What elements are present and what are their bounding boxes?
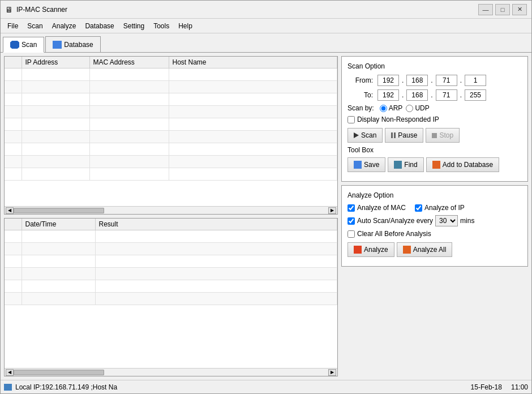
scan-table: IP Address MAC Address Host Name [5, 57, 337, 181]
from-ip-d[interactable] [465, 75, 486, 86]
to-ip-row: To: . . . [347, 89, 522, 101]
analyze-all-button[interactable]: Analyze All [397, 242, 453, 257]
analyze-option-title: Analyze Option [347, 191, 522, 199]
radio-arp-input[interactable] [380, 105, 387, 112]
analyze-option-panel: Analyze Option Analyze of MAC Analyze of… [341, 185, 528, 267]
from-ip-a[interactable] [377, 75, 399, 86]
database-tab-icon [53, 41, 62, 49]
menu-help[interactable]: Help [174, 21, 197, 31]
scroll-thumb2[interactable] [14, 370, 104, 375]
app-icon: 🖥 [5, 5, 13, 14]
non-responded-checkbox[interactable] [347, 116, 355, 123]
radio-udp-input[interactable] [406, 105, 413, 112]
scroll-thumb[interactable] [14, 208, 104, 213]
add-to-db-button[interactable]: Add to Database [426, 157, 499, 172]
from-label: From: [347, 76, 373, 84]
status-time: 11:00 [511, 383, 528, 391]
window-title: IP-MAC Scanner [16, 6, 67, 14]
menu-file[interactable]: File [3, 21, 23, 31]
from-ip-b[interactable] [406, 75, 428, 86]
pause-button[interactable]: Pause [385, 128, 423, 143]
col-header-date: Date/Time [22, 219, 95, 230]
title-bar-left: 🖥 IP-MAC Scanner [5, 5, 67, 14]
table-row [5, 81, 337, 93]
tab-database[interactable]: Database [45, 36, 100, 52]
scroll-right-arrow2[interactable]: ▶ [328, 369, 336, 376]
scan-option-panel: Scan Option From: . . . To: . [341, 56, 528, 182]
table-row [5, 106, 337, 118]
analyze-button[interactable]: Analyze [347, 242, 394, 257]
to-ip-c[interactable] [436, 89, 457, 101]
radio-arp[interactable]: ARP [380, 104, 403, 112]
scan-table-scrollbar[interactable]: ◀ ▶ [5, 206, 337, 214]
scan-option-title: Scan Option [347, 62, 522, 70]
stop-button[interactable]: Stop [426, 128, 460, 143]
menu-tools[interactable]: Tools [149, 21, 174, 31]
scan-tab-icon [10, 41, 19, 49]
table-row [5, 156, 337, 168]
auto-scan-checkbox[interactable] [347, 217, 355, 225]
radio-udp-label: UDP [415, 104, 429, 112]
analyze-table-wrapper: Date/Time Result [5, 219, 337, 368]
analyze-all-button-label: Analyze All [413, 246, 447, 254]
table-row [5, 93, 337, 106]
title-bar: 🖥 IP-MAC Scanner — □ ✕ [1, 1, 531, 19]
table-row [5, 168, 337, 181]
menu-database[interactable]: Database [80, 21, 118, 31]
save-button-label: Save [364, 161, 379, 169]
find-icon [394, 161, 402, 169]
minimize-button[interactable]: — [478, 4, 493, 15]
analyze-ip-checkbox[interactable] [415, 204, 422, 212]
save-icon [354, 161, 362, 169]
scroll-left-arrow2[interactable]: ◀ [6, 369, 14, 376]
col-header-result: Result [95, 219, 337, 230]
scan-table-container: IP Address MAC Address Host Name [4, 56, 338, 215]
clear-all-row: Clear All Before Analysis [347, 230, 522, 238]
find-button[interactable]: Find [388, 157, 423, 172]
add-to-db-label: Add to Database [443, 161, 493, 169]
radio-udp[interactable]: UDP [406, 104, 429, 112]
play-icon [354, 132, 359, 138]
to-label: To: [347, 91, 373, 99]
analyze-table-scrollbar[interactable]: ◀ ▶ [5, 368, 337, 376]
analyze-mac-item: Analyze of MAC [347, 204, 406, 212]
stop-icon [432, 133, 437, 138]
scan-button[interactable]: Scan [347, 128, 383, 143]
analyze-mac-checkbox[interactable] [347, 204, 355, 212]
tab-scan[interactable]: Scan [3, 37, 44, 53]
maximize-button[interactable]: □ [495, 4, 510, 15]
mins-label: mins [460, 217, 474, 225]
find-button-label: Find [404, 161, 417, 169]
toolbox-buttons-row: Save Find Add to Database [347, 157, 522, 172]
analyze-buttons-row: Analyze Analyze All [347, 242, 522, 257]
analyze-icon [354, 246, 362, 254]
menu-setting[interactable]: Setting [119, 21, 149, 31]
menu-analyze[interactable]: Analyze [48, 21, 81, 31]
table-row [5, 268, 337, 280]
minutes-select[interactable]: 15 30 45 60 [435, 215, 458, 226]
scroll-right-arrow[interactable]: ▶ [328, 207, 336, 214]
scroll-left-arrow[interactable]: ◀ [6, 207, 14, 214]
database-tab-label: Database [64, 41, 93, 49]
to-ip-a[interactable] [377, 89, 399, 101]
analyze-table-container: Date/Time Result [4, 218, 338, 376]
table-row [5, 118, 337, 131]
col-header-ip: IP Address [22, 57, 89, 68]
clear-all-checkbox[interactable] [347, 230, 355, 238]
to-ip-b[interactable] [406, 89, 428, 101]
to-ip-d[interactable] [465, 89, 486, 101]
menu-bar: File Scan Analyze Database Setting Tools… [1, 19, 531, 33]
table-row [5, 143, 337, 156]
table-row [5, 293, 337, 305]
close-button[interactable]: ✕ [512, 4, 527, 15]
col-header-num [5, 57, 22, 68]
main-window: 🖥 IP-MAC Scanner — □ ✕ File Scan Analyze… [0, 0, 532, 394]
from-ip-c[interactable] [436, 75, 457, 86]
analyze-button-label: Analyze [364, 246, 388, 254]
save-button[interactable]: Save [347, 157, 385, 172]
menu-scan[interactable]: Scan [23, 21, 47, 31]
table-row [5, 280, 337, 293]
analyze-table: Date/Time Result [5, 219, 337, 305]
stop-button-label: Stop [439, 131, 453, 139]
auto-scan-label: Auto Scan/Analyze every [357, 217, 433, 225]
